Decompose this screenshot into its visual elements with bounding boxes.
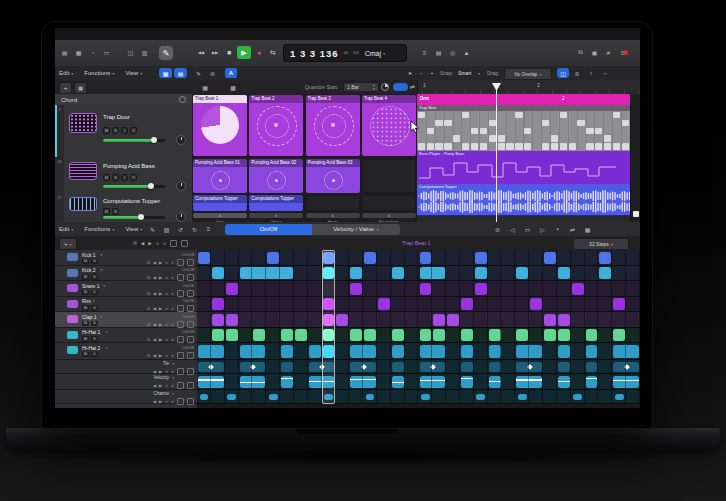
velocity-cell[interactable] xyxy=(461,376,473,389)
browsers-icon[interactable]: ▤ xyxy=(59,47,70,58)
cycle-icon[interactable]: ⇄ xyxy=(567,224,578,234)
row-control-icon[interactable]: ▶ xyxy=(159,337,162,342)
row-control-icon[interactable]: ▶ xyxy=(159,322,162,327)
step-cell[interactable] xyxy=(613,329,625,341)
snap-value[interactable]: Smart xyxy=(458,70,471,76)
small-grid-button[interactable] xyxy=(177,305,184,312)
volume-knob[interactable] xyxy=(151,137,157,143)
step-cell[interactable] xyxy=(323,267,335,279)
mute-button[interactable]: M xyxy=(82,259,89,265)
subrow-control-icon[interactable]: ∨ xyxy=(165,383,168,388)
step-cell[interactable] xyxy=(558,267,570,279)
chance-cell[interactable] xyxy=(476,394,485,400)
step-cell[interactable] xyxy=(226,283,238,295)
menu-view[interactable]: View▾ xyxy=(125,226,142,232)
menu-edit[interactable]: Edit▾ xyxy=(59,226,73,232)
step-cell[interactable] xyxy=(323,298,335,310)
step-cell[interactable] xyxy=(309,345,321,359)
loop-cell[interactable]: Computations Topper xyxy=(193,195,247,211)
step-cell[interactable] xyxy=(378,298,390,310)
small-grid-button[interactable] xyxy=(177,290,184,297)
mute-button[interactable]: M xyxy=(82,321,89,327)
row-control-icon[interactable]: ▶ xyxy=(159,353,162,358)
zoom-out-icon[interactable]: − xyxy=(416,68,426,78)
row-control-icon[interactable]: ∨ xyxy=(165,322,168,327)
row-control-icon[interactable]: ◀ xyxy=(153,353,156,358)
mute-button[interactable]: M xyxy=(103,127,110,134)
rotate-right-icon[interactable]: ↻ xyxy=(189,224,200,234)
sequencer-row-header[interactable]: Rim▾On/OffMS/4◀▶∨∧ xyxy=(55,297,197,313)
row-control-icon[interactable]: ∧ xyxy=(171,260,174,265)
row-control-icon[interactable]: /4 xyxy=(147,337,150,342)
step-cell[interactable] xyxy=(323,252,335,264)
row-control-icon[interactable]: ▶ xyxy=(159,260,162,265)
step-cell[interactable] xyxy=(267,252,279,264)
velocity-cell[interactable] xyxy=(281,376,293,389)
tie-cell[interactable] xyxy=(516,362,542,373)
row-control-icon[interactable]: ◀ xyxy=(153,275,156,280)
step-cell[interactable] xyxy=(323,345,335,359)
region-audio[interactable]: Computations Topper xyxy=(417,184,630,216)
subrow-control-icon[interactable]: ∧ xyxy=(171,399,174,404)
chance-cell[interactable] xyxy=(269,394,278,400)
volume-slider[interactable] xyxy=(103,185,165,188)
row-control-icon[interactable]: /4 xyxy=(147,353,150,358)
track-row[interactable]: 1Trap DoorMSIR xyxy=(55,105,192,158)
small-grid-button[interactable] xyxy=(177,274,184,281)
small-grid-button[interactable] xyxy=(187,274,194,281)
chance-cell[interactable] xyxy=(615,394,624,400)
row-control-icon[interactable]: /4 xyxy=(147,275,150,280)
small-grid-button[interactable] xyxy=(187,398,194,405)
small-grid-button[interactable] xyxy=(187,336,194,343)
step-cell[interactable] xyxy=(544,314,556,326)
velocity-cell[interactable] xyxy=(489,376,501,389)
step-cell[interactable] xyxy=(212,314,224,326)
link-icon[interactable]: ⇄ xyxy=(410,83,415,90)
row-control-icon[interactable]: ∨ xyxy=(165,275,168,280)
step-cell[interactable] xyxy=(475,283,487,295)
subrow-control-icon[interactable]: ∨ xyxy=(165,369,168,374)
tie-cell[interactable] xyxy=(240,362,266,373)
tie-cell[interactable] xyxy=(613,362,639,373)
step-cell[interactable] xyxy=(350,345,376,359)
step-cell[interactable] xyxy=(530,298,542,310)
row-control-icon[interactable]: ∨ xyxy=(165,291,168,296)
step-cell[interactable] xyxy=(226,314,238,326)
velocity-cell[interactable] xyxy=(240,376,266,389)
next-pattern-icon[interactable]: ▷ xyxy=(537,224,548,234)
step-cell[interactable] xyxy=(240,345,266,359)
step-cell[interactable] xyxy=(599,267,611,279)
step-cell[interactable] xyxy=(613,298,625,310)
step-cell[interactable] xyxy=(240,267,293,279)
pointer-tool-icon[interactable]: ➤ xyxy=(405,68,415,78)
chance-cell[interactable] xyxy=(421,394,430,400)
sequencer-subrow-header[interactable]: Velocity▾◀▶∨∧ xyxy=(55,374,197,390)
lcd-display[interactable]: 1 3 3 136 00 4/4 Cmaj ▾ xyxy=(283,44,407,62)
solo-button[interactable]: S xyxy=(91,321,98,327)
step-cell[interactable] xyxy=(489,345,501,359)
step-cell[interactable] xyxy=(198,345,224,359)
small-grid-button[interactable] xyxy=(177,321,184,328)
volume-knob[interactable] xyxy=(138,214,144,220)
list-icon[interactable]: ≡ xyxy=(203,224,214,234)
rotate-left-icon[interactable]: ↺ xyxy=(175,224,186,234)
erase-tool-icon[interactable]: ⊘ xyxy=(207,68,218,78)
forward-button[interactable]: ▶▶ xyxy=(209,46,221,59)
solo-button[interactable]: S xyxy=(91,352,98,358)
region-bass[interactable]: Bass Player - Pump Bass xyxy=(417,151,630,185)
input-monitor-button[interactable]: I xyxy=(121,127,128,134)
region-trap-beat[interactable]: Trap Beat xyxy=(417,105,630,152)
subrow-control-icon[interactable]: ∧ xyxy=(171,369,174,374)
step-cell[interactable] xyxy=(433,314,445,326)
draw-tool-icon[interactable]: ✎ xyxy=(193,68,204,78)
add-row-button[interactable]: +▾ xyxy=(59,238,77,250)
subrow-control-icon[interactable]: ◀ xyxy=(153,383,156,388)
pan-knob[interactable] xyxy=(176,181,186,191)
sequencer-subrow-header[interactable]: Tie▾◀▶∨∧ xyxy=(55,360,197,374)
pan-knob[interactable] xyxy=(176,135,186,145)
step-cell[interactable] xyxy=(392,329,404,341)
step-cell[interactable] xyxy=(516,329,528,341)
step-cell[interactable] xyxy=(253,329,265,341)
volume-slider[interactable] xyxy=(103,216,165,219)
solo-button[interactable]: S xyxy=(91,259,98,265)
